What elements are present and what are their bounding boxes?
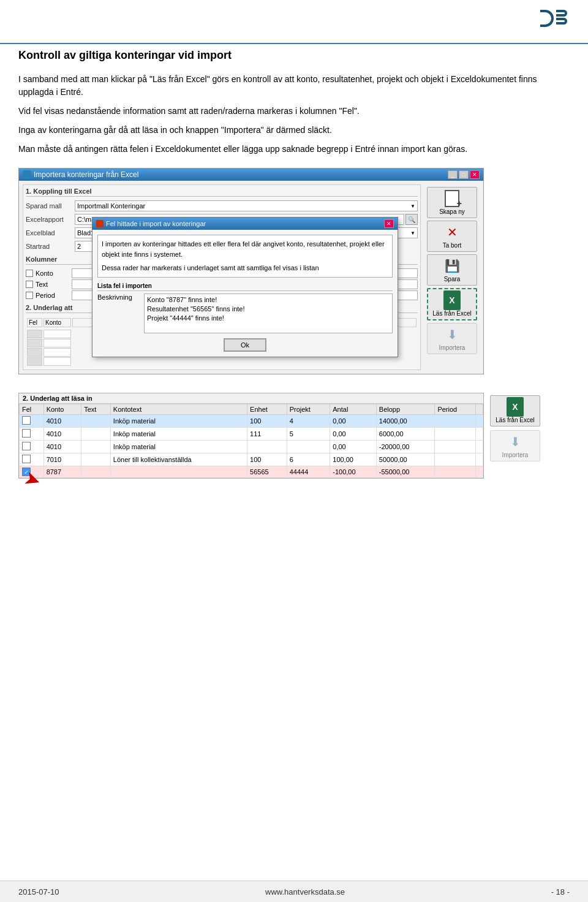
bottom-importera-button[interactable]: ⬇ Importera	[490, 430, 540, 461]
table-row: 7010Löner till kollektivanställda1006100…	[20, 453, 483, 466]
cell-projekt: 44444	[287, 466, 330, 478]
cell-fel[interactable]	[20, 453, 44, 466]
cell-fel[interactable]	[20, 428, 44, 441]
scroll-cell	[476, 466, 483, 478]
cell-antal: 0,00	[330, 428, 377, 441]
cell-period	[435, 441, 476, 453]
th-enhet: Enhet	[247, 404, 287, 415]
cell-belopp: -55000,00	[376, 466, 435, 478]
cell-period	[435, 415, 476, 428]
scroll-cell	[476, 453, 483, 466]
footer-website: www.hantverksdata.se	[265, 887, 345, 896]
cell-kontotext: Löner till kollektivanställda	[110, 453, 247, 466]
col-konto-checkbox[interactable]	[26, 270, 33, 277]
bottom-excel-icon: X	[507, 398, 524, 415]
browse-button[interactable]: 🔍	[405, 214, 418, 225]
bottom-table-area: 2. Underlag att läsa in Fel Konto Text K…	[19, 393, 483, 478]
cell-antal: -100,00	[330, 466, 377, 478]
col-text-checkbox[interactable]	[26, 281, 33, 288]
minimize-button[interactable]: _	[448, 170, 458, 179]
table-row: 4010Inköp material11150,006000,00	[20, 428, 483, 441]
skapa-ny-button[interactable]: Skapa ny	[427, 187, 477, 218]
spara-button[interactable]: 💾 Spara	[427, 254, 477, 286]
cell-belopp: 6000,00	[376, 428, 435, 441]
excel-import-window: Importera konteringar från Excel _ □ ✕ 1…	[18, 168, 570, 374]
error-list-label: Lista fel i importen	[97, 282, 393, 291]
cell-projekt: 5	[287, 428, 330, 441]
paragraph-2: Vid fel visas nedanstående information s…	[18, 105, 570, 118]
col-konto-header: Konto	[43, 318, 71, 327]
close-button[interactable]: ✕	[470, 170, 480, 179]
excelrapport-label: Excelrapport	[26, 216, 75, 223]
logo-shape	[540, 10, 570, 27]
error-item-1: Konto "8787" finns inte!	[147, 296, 390, 303]
logo	[540, 10, 570, 27]
save-icon: 💾	[443, 257, 461, 275]
logo-b-icon	[556, 10, 570, 27]
th-fel: Fel	[20, 404, 44, 415]
importera-button[interactable]: ⬇ Importera	[427, 323, 477, 354]
error-text-1: I importen av konteringar hittades ett e…	[102, 239, 388, 259]
cell-konto: 4010	[43, 428, 81, 441]
buttons-panel: Skapa ny ✕ Ta bort 💾 Spara	[424, 184, 480, 370]
cell-belopp: 50000,00	[376, 453, 435, 466]
table-row: 4010Inköp material0,00-20000,00	[20, 441, 483, 453]
scroll-cell	[476, 441, 483, 453]
cell-text	[81, 453, 111, 466]
error-item-2: Resultatenhet "56565" finns inte!	[147, 305, 390, 313]
checkbox-icon[interactable]	[22, 442, 31, 450]
excel-icon: X	[443, 292, 461, 309]
th-projekt: Projekt	[287, 404, 330, 415]
window-icon	[23, 170, 31, 179]
cell-antal: 0,00	[330, 441, 377, 453]
top-divider	[0, 43, 588, 44]
cell-projekt: 4	[287, 415, 330, 428]
th-scroll	[476, 404, 483, 415]
cell-kontotext: Inköp material	[110, 441, 247, 453]
excelblad-label: Excelblad	[26, 229, 75, 237]
error-list-content: Konto "8787" finns inte! Resultatenhet "…	[144, 294, 393, 333]
checkbox-icon[interactable]	[22, 455, 31, 463]
bottom-section: 2. Underlag att läsa in Fel Konto Text K…	[18, 393, 570, 479]
error-text-box: I importen av konteringar hittades ett e…	[97, 235, 393, 278]
error-btn-row: Ok	[97, 338, 393, 352]
cell-projekt	[287, 441, 330, 453]
cell-enhet: 100	[247, 415, 287, 428]
excel-window-titlebar: Importera konteringar från Excel _ □ ✕	[19, 169, 483, 181]
cell-konto: 4010	[43, 441, 81, 453]
ok-button[interactable]: Ok	[224, 338, 266, 352]
logo-d-icon	[540, 10, 554, 27]
th-kontotext: Kontotext	[110, 404, 247, 415]
error-body: I importen av konteringar hittades ett e…	[92, 230, 398, 357]
new-document-icon	[443, 190, 461, 207]
error-beskrivning-label: Beskrivning	[97, 294, 140, 333]
dropdown-arrow-icon: ▼	[410, 203, 415, 209]
cell-enhet: 111	[247, 428, 287, 441]
cell-fel[interactable]	[20, 415, 44, 428]
cell-text	[81, 466, 111, 478]
ta-bort-button[interactable]: ✕ Ta bort	[427, 221, 477, 252]
cell-period	[435, 453, 476, 466]
delete-icon: ✕	[443, 224, 461, 241]
checkbox-icon[interactable]	[22, 429, 31, 438]
maximize-button[interactable]: □	[459, 170, 469, 179]
th-antal: Antal	[330, 404, 377, 415]
table-header-row: Fel Konto Text Kontotext Enhet Projekt A…	[20, 404, 483, 415]
cell-period	[435, 428, 476, 441]
error-close-button[interactable]: ✕	[384, 219, 394, 228]
checkbox-icon[interactable]	[22, 416, 31, 425]
cell-text	[81, 441, 111, 453]
cell-enhet: 56565	[247, 466, 287, 478]
cell-belopp: -20000,00	[376, 441, 435, 453]
col-period-checkbox[interactable]	[26, 292, 33, 299]
error-dialog-title: Fel hittade i import av konteringar	[106, 220, 206, 227]
las-fran-excel-button[interactable]: X Läs från Excel	[427, 288, 477, 320]
import-icon: ⬇	[443, 326, 461, 343]
bottom-las-fran-excel-button[interactable]: X Läs från Excel	[490, 395, 540, 426]
footer-date: 2015-07-10	[18, 887, 59, 896]
data-table: Fel Konto Text Kontotext Enhet Projekt A…	[19, 404, 483, 478]
error-item-3: Projekt "44444" finns inte!	[147, 314, 390, 322]
sparad-mall-dropdown[interactable]: Importmall Konteringar ▼	[75, 200, 418, 211]
section2-table-label: 2. Underlag att läsa in	[19, 393, 483, 404]
cell-fel[interactable]	[20, 441, 44, 453]
